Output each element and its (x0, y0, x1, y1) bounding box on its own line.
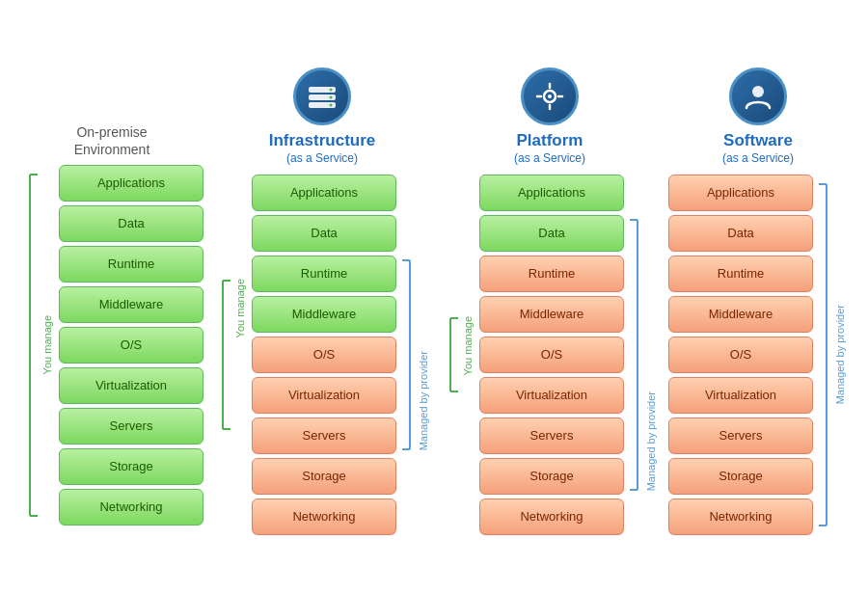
list-item: Applications (479, 175, 624, 211)
list-item: Data (479, 215, 624, 252)
svg-point-6 (330, 89, 333, 92)
list-item: O/S (479, 337, 624, 373)
iaas-title: Infrastructure (269, 131, 376, 150)
saas-header: Software (as a Service) (722, 59, 794, 165)
on-premise-title: On-premiseEnvironment (74, 59, 150, 165)
svg-point-27 (752, 86, 764, 97)
list-item: Runtime (252, 256, 396, 292)
list-item: Networking (668, 499, 813, 535)
list-item: Virtualization (59, 367, 203, 404)
you-manage-bracket-iaas: You manage (217, 279, 248, 431)
paas-items: Applications Data Runtime Middleware O/S… (479, 175, 624, 535)
paas-title: Platform (517, 131, 583, 150)
on-premise-items: Applications Data Runtime Middleware O/S… (59, 165, 203, 526)
paas-stack: You manage Applications Data Runtime Mid… (441, 175, 659, 535)
list-item: Middleware (479, 296, 624, 333)
svg-point-7 (330, 96, 333, 99)
iaas-header: Infrastructure (as a Service) (269, 59, 376, 165)
managed-label-paas: Managed by provider (643, 391, 659, 491)
column-iaas: Infrastructure (as a Service) You manage… (213, 59, 431, 535)
list-item: Data (59, 205, 203, 242)
list-item: Storage (668, 458, 813, 495)
list-item: Networking (59, 489, 203, 526)
paas-header: Platform (as a Service) (514, 59, 585, 165)
managed-bracket-paas: Managed by provider (628, 218, 659, 492)
list-item: Servers (252, 418, 396, 454)
saas-title: Software (723, 131, 793, 150)
managed-bracket-iaas: Managed by provider (400, 258, 431, 451)
on-premise-stack: You manage Applications Data Runtime Mid… (20, 165, 203, 526)
svg-point-8 (330, 104, 333, 107)
list-item: O/S (59, 327, 203, 364)
svg-point-16 (548, 94, 552, 98)
list-item: Data (668, 215, 813, 252)
list-item: Storage (479, 458, 624, 495)
saas-items: Applications Data Runtime Middleware O/S… (668, 175, 813, 535)
list-item: Storage (252, 458, 396, 495)
list-item: Runtime (59, 246, 203, 283)
you-manage-bracket-on-premise: You manage (24, 173, 55, 518)
diagram: On-premiseEnvironment You manage Applica… (0, 40, 868, 554)
list-item: Virtualization (668, 377, 813, 414)
iaas-subtitle: (as a Service) (286, 151, 358, 165)
iaas-stack: You manage Applications Data Runtime Mid… (213, 175, 431, 535)
list-item: Middleware (668, 296, 813, 333)
column-saas: Software (as a Service) Applications Dat… (668, 59, 848, 535)
list-item: Networking (479, 499, 624, 535)
you-manage-label: You manage (40, 315, 55, 374)
list-item: Servers (479, 418, 624, 454)
list-item: Middleware (252, 296, 396, 333)
column-on-premise: On-premiseEnvironment You manage Applica… (20, 59, 203, 526)
list-item: O/S (668, 337, 813, 373)
list-item: Virtualization (252, 377, 396, 414)
saas-icon (729, 67, 787, 125)
saas-subtitle: (as a Service) (722, 151, 794, 165)
list-item: Storage (59, 448, 203, 485)
list-item: Virtualization (479, 377, 624, 414)
list-item: Data (252, 215, 396, 252)
saas-stack: Applications Data Runtime Middleware O/S… (668, 175, 848, 535)
paas-subtitle: (as a Service) (514, 151, 585, 165)
managed-label-iaas: Managed by provider (416, 351, 431, 450)
paas-icon (521, 67, 579, 125)
iaas-items: Applications Data Runtime Middleware O/S… (252, 175, 396, 535)
list-item: Servers (668, 418, 813, 454)
list-item: Applications (252, 175, 396, 211)
list-item: Applications (59, 165, 203, 202)
you-manage-label-iaas: You manage (232, 279, 248, 337)
list-item: O/S (252, 337, 396, 373)
list-item: Servers (59, 408, 203, 445)
list-item: Runtime (479, 256, 624, 292)
list-item: Runtime (668, 256, 813, 292)
iaas-icon (293, 67, 351, 125)
managed-label-saas: Managed by provider (832, 305, 848, 404)
list-item: Networking (252, 499, 396, 535)
column-paas: Platform (as a Service) You manage Appli… (441, 59, 659, 535)
managed-bracket-saas: Managed by provider (817, 182, 848, 527)
you-manage-bracket-paas: You manage (445, 316, 475, 393)
list-item: Middleware (59, 286, 203, 323)
list-item: Applications (668, 175, 813, 211)
you-manage-label-paas: You manage (460, 316, 475, 375)
